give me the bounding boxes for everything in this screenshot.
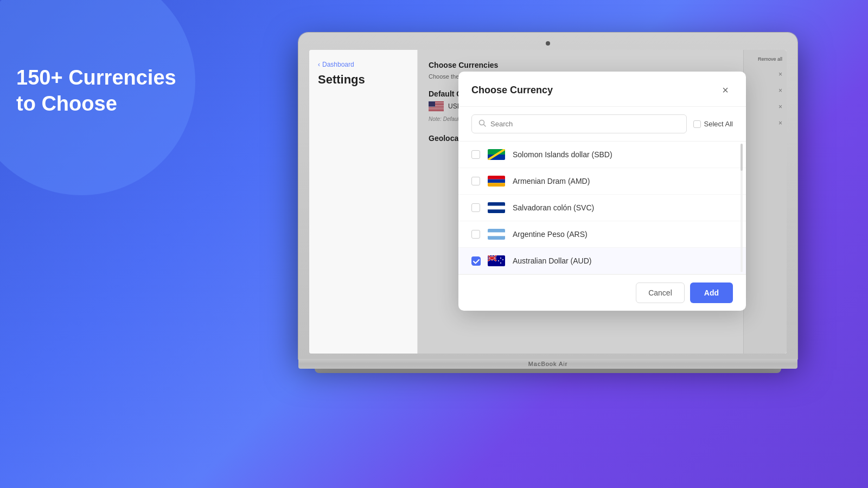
camera [546,41,550,46]
select-all-label[interactable]: Select All [693,120,733,128]
hero-line2: to Choose [16,91,176,117]
select-all-text: Select All [704,120,733,128]
svg-rect-26 [488,233,505,236]
flag-ars [488,229,505,240]
svg-point-40 [502,259,503,260]
page-title: Settings [309,73,417,98]
scroll-thumb [741,144,743,171]
svg-point-41 [500,262,501,264]
currency-item-sbd[interactable]: Solomon Islands dollar (SBD) [458,142,746,168]
flag-amd [488,176,505,187]
search-icon [478,119,486,129]
select-all-checkbox[interactable] [693,120,701,128]
add-button[interactable]: Add [690,282,733,303]
choose-currency-modal: Choose Currency × [458,72,746,311]
modal-close-button[interactable]: × [718,82,733,98]
breadcrumb-parent[interactable]: Dashboard [322,61,354,68]
svg-rect-23 [488,206,505,210]
cancel-button[interactable]: Cancel [636,282,685,303]
hero-text: 150+ Currencies to Choose [16,65,176,117]
svg-point-42 [498,260,499,261]
currency-item-ars[interactable]: Argentine Peso (ARS) [458,221,746,248]
currency-item-svc[interactable]: Salvadoran colón (SVC) [458,195,746,221]
currency-checkbox-sbd[interactable] [471,150,480,159]
macbook: ‹ Dashboard Settings Choose Currencies C… [298,33,797,373]
screen: ‹ Dashboard Settings Choose Currencies C… [309,50,787,354]
currency-item-aud[interactable]: Australian Dollar (AUD) [458,248,746,274]
currency-name-svc: Salvadoran colón (SVC) [513,203,594,212]
search-row: Select All [458,107,746,142]
macbook-base: MacBook Air [298,359,797,369]
currency-name-sbd: Solomon Islands dollar (SBD) [513,150,612,159]
search-input[interactable] [490,120,680,128]
modal-title: Choose Currency [471,85,553,96]
modal-overlay: Choose Currency × [418,50,787,354]
currency-checkbox-svc[interactable] [471,203,480,212]
breadcrumb-arrow: ‹ [318,61,320,68]
svg-rect-22 [488,202,505,206]
flag-svc [488,202,505,213]
macbook-foot [315,369,781,373]
svg-rect-20 [488,179,505,183]
search-box [471,114,687,133]
hero-line1: 150+ Currencies [16,65,176,91]
modal-footer: Cancel Add [458,274,746,311]
svg-rect-25 [488,229,505,233]
modal-header: Choose Currency × [458,72,746,107]
svg-rect-24 [488,209,505,213]
svg-point-39 [500,258,501,259]
currency-checkbox-aud[interactable] [471,256,480,265]
svg-rect-21 [488,183,505,187]
currency-list: Solomon Islands dollar (SBD) [458,142,746,274]
currency-checkbox-amd[interactable] [471,177,480,185]
svg-line-15 [484,125,486,127]
main-content: Choose Currencies Choose the Currencies … [418,50,787,354]
svg-rect-19 [488,176,505,179]
flag-sbd [488,149,505,160]
macbook-wrapper: ‹ Dashboard Settings Choose Currencies C… [228,33,868,488]
currency-name-amd: Armenian Dram (AMD) [513,177,590,185]
breadcrumb: ‹ Dashboard [309,61,417,73]
macbook-model-name: MacBook Air [528,361,568,367]
currency-checkbox-ars[interactable] [471,230,480,239]
currency-name-ars: Argentine Peso (ARS) [513,230,588,239]
sidebar: ‹ Dashboard Settings [309,50,418,354]
currency-item-amd[interactable]: Armenian Dram (AMD) [458,168,746,195]
currency-name-aud: Australian Dollar (AUD) [513,256,591,265]
scroll-track [741,144,743,272]
svg-rect-27 [488,236,505,240]
flag-aud [488,255,505,266]
screen-bezel: ‹ Dashboard Settings Choose Currencies C… [298,33,797,359]
